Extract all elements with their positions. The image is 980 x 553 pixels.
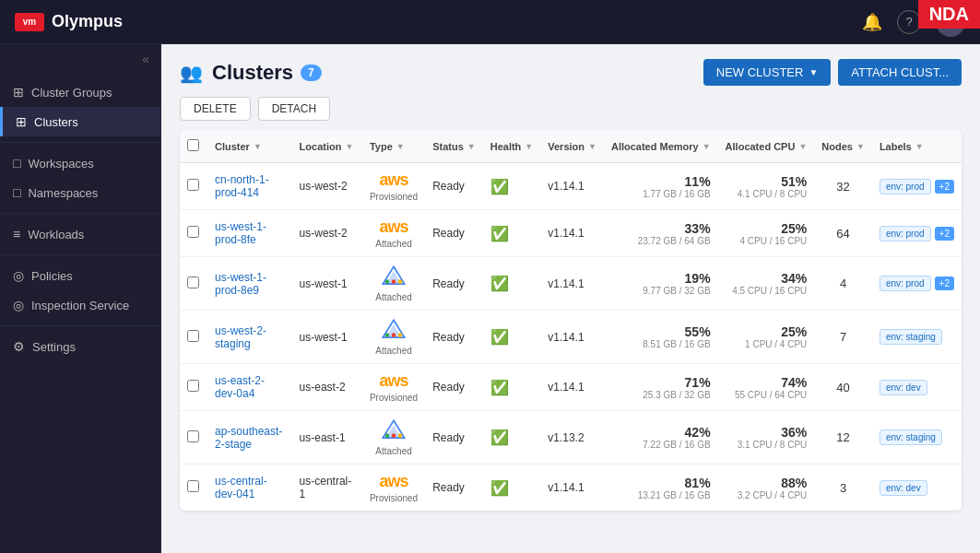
row-checkbox[interactable] (187, 430, 199, 442)
location-cell: us-west-1 (292, 311, 362, 364)
cluster-name-cell: us-central-dev-041 (207, 465, 292, 512)
filter-icon[interactable]: ▼ (588, 142, 596, 151)
sidebar-item-inspection-service[interactable]: ◎ Inspection Service (0, 290, 160, 320)
nodes-cell: 3 (814, 465, 872, 512)
row-checkbox[interactable] (187, 226, 199, 238)
health-cell: ✅ (483, 163, 541, 210)
cluster-link[interactable]: us-central-dev-041 (215, 475, 267, 500)
filter-icon[interactable]: ▼ (856, 142, 865, 151)
type-label: Provisioned (370, 192, 418, 202)
memory-pct: 19% (611, 271, 711, 286)
version-cell: v1.14.1 (540, 163, 604, 210)
sidebar-divider-4 (0, 325, 160, 326)
filter-icon[interactable]: ▼ (345, 142, 353, 151)
label-more-badge[interactable]: +2 (935, 227, 954, 241)
health-cell: ✅ (483, 465, 541, 512)
cpu-cell: 36%3.1 CPU / 8 CPU (718, 411, 815, 465)
page-icon: 👥 (180, 62, 203, 84)
cpu-pct: 36% (726, 425, 808, 440)
sidebar-collapse-button[interactable]: « (142, 52, 149, 66)
label-tag: env: staging (880, 429, 942, 445)
status-cell: Ready (425, 311, 483, 364)
cluster-link[interactable]: us-west-2-staging (215, 324, 266, 350)
location-cell: us-west-2 (292, 210, 362, 257)
cluster-link[interactable]: us-west-1-prod-8fe (215, 220, 266, 246)
sidebar-collapse-area: « (0, 44, 160, 74)
cpu-cell: 25%4 CPU / 16 CPU (718, 210, 815, 257)
type-cell: Attached (362, 257, 425, 311)
labels-cell: env: prod+2 (872, 163, 962, 210)
table-row: us-central-dev-041us-central-1 aws Provi… (180, 465, 962, 512)
cpu-detail: 3.2 CPU / 4 CPU (726, 490, 808, 500)
col-cluster: Cluster ▼ (207, 130, 292, 163)
cpu-detail: 4.1 CPU / 8 CPU (726, 189, 808, 199)
memory-pct: 71% (611, 375, 711, 390)
row-checkbox[interactable] (187, 330, 199, 342)
status-cell: Ready (425, 411, 483, 465)
cpu-detail: 4 CPU / 16 CPU (726, 236, 808, 246)
aws-logo: aws (380, 218, 408, 237)
page-title-area: 👥 Clusters 7 (180, 61, 322, 85)
sidebar-item-label: Policies (31, 269, 73, 283)
svg-point-3 (385, 279, 390, 284)
cluster-link[interactable]: us-west-1-prod-8e9 (215, 271, 266, 297)
cpu-detail: 4.5 CPU / 16 CPU (726, 286, 808, 296)
label-more-badge[interactable]: +2 (935, 276, 954, 290)
col-status: Status ▼ (425, 130, 483, 163)
sidebar-item-workloads[interactable]: ≡ Workloads (0, 219, 160, 249)
health-status-icon: ✅ (490, 380, 509, 395)
col-location: Location ▼ (292, 130, 362, 163)
row-checkbox[interactable] (187, 179, 199, 191)
label-tag: env: prod (880, 226, 931, 241)
filter-icon[interactable]: ▼ (915, 142, 924, 151)
filter-icon[interactable]: ▼ (254, 142, 262, 151)
new-cluster-button[interactable]: NEW CLUSTER ▼ (703, 59, 832, 86)
sidebar-item-workspaces[interactable]: □ Workspaces (0, 148, 160, 178)
sidebar-item-cluster-groups[interactable]: ⊞ Cluster Groups (0, 77, 160, 107)
delete-button[interactable]: DELETE (180, 97, 251, 121)
cluster-link[interactable]: cn-north-1-prod-414 (215, 173, 269, 199)
select-all-checkbox[interactable] (187, 139, 199, 151)
cluster-name-cell: ap-southeast-2-stage (207, 411, 292, 465)
filter-icon[interactable]: ▼ (703, 142, 711, 151)
sidebar-item-policies[interactable]: ◎ Policies (0, 261, 160, 290)
type-label: Provisioned (370, 393, 418, 403)
memory-cell: 81%13.21 GB / 16 GB (604, 465, 718, 512)
memory-pct: 55% (611, 324, 711, 339)
cluster-link[interactable]: us-east-2-dev-0a4 (215, 374, 265, 400)
location-cell: us-west-1 (292, 257, 362, 311)
sidebar-item-settings[interactable]: ⚙ Settings (0, 332, 160, 361)
labels-cell: env: prod+2 (872, 257, 962, 311)
svg-point-4 (398, 279, 403, 284)
filter-icon[interactable]: ▼ (525, 142, 533, 151)
sidebar-item-label: Settings (32, 340, 76, 354)
sidebar-item-namespaces[interactable]: □ Namespaces (0, 178, 160, 207)
workloads-icon: ≡ (13, 227, 20, 241)
filter-icon[interactable]: ▼ (798, 142, 807, 151)
cpu-pct: 34% (726, 271, 808, 286)
sidebar-item-clusters[interactable]: ⊞ Clusters (0, 107, 160, 136)
cluster-link[interactable]: ap-southeast-2-stage (215, 425, 282, 451)
cluster-name-cell: us-east-2-dev-0a4 (207, 364, 292, 411)
filter-icon[interactable]: ▼ (467, 142, 476, 151)
health-status-icon: ✅ (490, 329, 509, 345)
label-more-badge[interactable]: +2 (935, 180, 954, 194)
row-checkbox[interactable] (187, 276, 199, 288)
row-checkbox[interactable] (187, 480, 199, 492)
notification-button[interactable]: 🔔 (862, 12, 882, 32)
detach-button[interactable]: DETACH (258, 97, 330, 121)
row-checkbox[interactable] (187, 380, 199, 392)
col-labels: Labels ▼ (872, 130, 962, 163)
status-cell: Ready (425, 257, 483, 311)
sidebar-nav: ⊞ Cluster Groups ⊞ Clusters □ Workspaces… (0, 74, 160, 365)
filter-icon[interactable]: ▼ (396, 142, 405, 151)
inspection-icon: ◎ (13, 298, 24, 312)
attach-cluster-button[interactable]: ATTACH CLUST... (838, 59, 962, 86)
cpu-detail: 55 CPU / 64 CPU (726, 390, 808, 400)
status-cell: Ready (425, 210, 483, 257)
topnav: vm Olympus 🔔 ? Sha... (0, 0, 980, 44)
cpu-pct: 51% (726, 174, 808, 189)
gke-logo (381, 265, 407, 290)
status-cell: Ready (425, 163, 483, 210)
sidebar-item-label: Namespaces (28, 186, 98, 200)
